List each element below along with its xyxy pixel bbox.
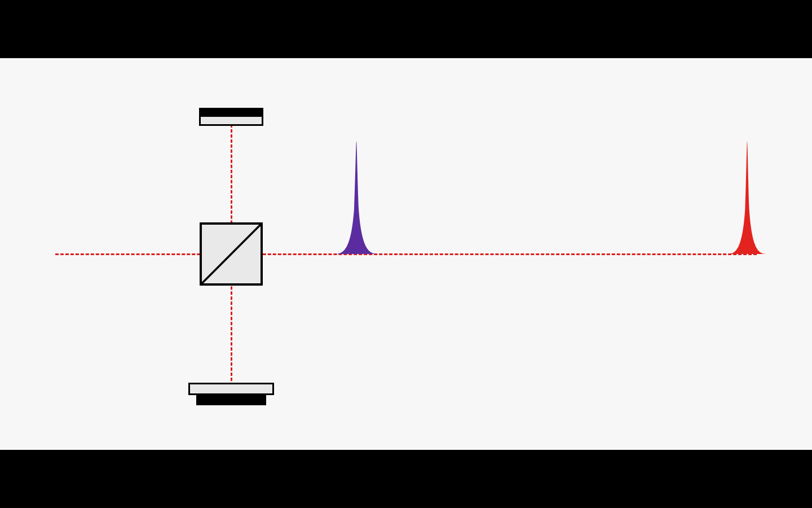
mirror-bottom-on-stage bbox=[188, 383, 274, 405]
translation-stage-icon bbox=[196, 395, 267, 405]
diagram-canvas bbox=[0, 58, 812, 450]
svg-line-0 bbox=[202, 225, 261, 283]
pulse-purple bbox=[334, 141, 379, 254]
beam-splitter-cube bbox=[200, 222, 263, 286]
pulse-red bbox=[727, 141, 767, 254]
beam-splitter-diagonal-icon bbox=[202, 225, 261, 283]
mirror-top bbox=[199, 108, 263, 126]
mirror-backing-icon bbox=[199, 108, 263, 115]
mirror-surface-icon bbox=[188, 383, 274, 395]
mirror-surface-icon bbox=[199, 115, 263, 126]
beam-horizontal bbox=[55, 253, 757, 255]
